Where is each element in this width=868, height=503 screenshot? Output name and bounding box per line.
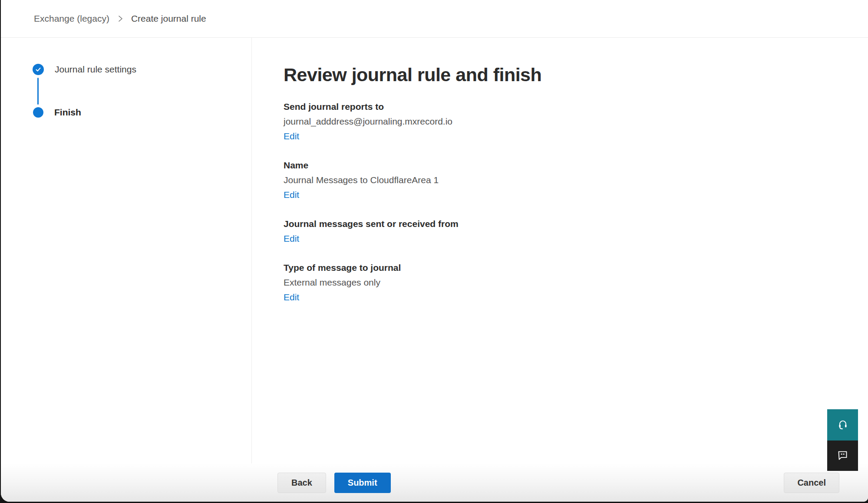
section-title: Name: [284, 158, 868, 173]
section-value: journal_adddress@journaling.mxrecord.io: [284, 114, 868, 129]
cancel-button[interactable]: Cancel: [784, 473, 839, 493]
page-title: Review journal rule and finish: [284, 63, 868, 86]
wizard-footer: Back Submit Cancel: [1, 464, 868, 502]
breadcrumb: Exchange (legacy) Create journal rule: [1, 0, 868, 38]
headset-icon: [837, 419, 848, 431]
edit-send-journal-reports-link[interactable]: Edit: [284, 129, 299, 144]
back-button[interactable]: Back: [277, 473, 326, 493]
section-title: Journal messages sent or received from: [284, 217, 868, 231]
wizard-step-finish[interactable]: Finish: [33, 107, 251, 118]
section-title: Type of message to journal: [284, 260, 868, 275]
edit-message-type-link[interactable]: Edit: [284, 290, 299, 305]
review-panel: Review journal rule and finish Send jour…: [252, 38, 868, 464]
review-section-name: Name Journal Messages to CloudflareArea …: [284, 158, 868, 202]
breadcrumb-current-page: Create journal rule: [131, 13, 206, 24]
support-button[interactable]: [827, 409, 858, 441]
section-value: External messages only: [284, 275, 868, 290]
floating-widgets: [827, 409, 858, 471]
submit-button[interactable]: Submit: [334, 473, 391, 493]
step-connector-line: [37, 78, 39, 105]
wizard-step-journal-rule-settings[interactable]: Journal rule settings: [33, 64, 251, 75]
edit-name-link[interactable]: Edit: [284, 187, 299, 202]
review-section-send-journal-reports-to: Send journal reports to journal_adddress…: [284, 99, 868, 144]
feedback-icon: [837, 449, 848, 462]
edit-journal-messages-scope-link[interactable]: Edit: [284, 231, 299, 246]
wizard-step-label: Journal rule settings: [55, 64, 136, 75]
create-journal-rule-panel: Exchange (legacy) Create journal rule Jo…: [1, 0, 868, 502]
content-row: Journal rule settings Finish Review jour…: [1, 38, 868, 464]
section-value: Journal Messages to CloudflareArea 1: [284, 173, 868, 187]
feedback-button[interactable]: [827, 441, 858, 471]
section-title: Send journal reports to: [284, 99, 868, 114]
review-section-journal-messages-scope: Journal messages sent or received from E…: [284, 217, 868, 246]
step-current-dot-icon: [33, 107, 43, 118]
wizard-step-label: Finish: [54, 107, 81, 118]
wizard-steps-nav: Journal rule settings Finish: [1, 38, 252, 464]
step-completed-check-icon: [33, 64, 44, 75]
chevron-right-icon: [117, 15, 123, 22]
breadcrumb-link-exchange-legacy[interactable]: Exchange (legacy): [34, 13, 109, 24]
review-section-message-type: Type of message to journal External mess…: [284, 260, 868, 305]
